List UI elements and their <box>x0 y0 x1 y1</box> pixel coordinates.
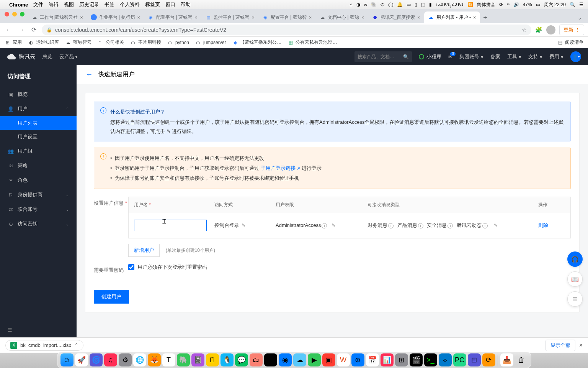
dock-app[interactable]: 🐘 <box>177 353 190 366</box>
tab-overflow-button[interactable]: ⌄ <box>575 15 585 23</box>
close-icon[interactable]: × <box>252 15 255 20</box>
sidebar-sub-user-list[interactable]: 用户列表 <box>0 116 77 130</box>
menubar-app[interactable]: Chrome <box>9 2 28 8</box>
dock-app[interactable]: 🗒 <box>206 353 219 366</box>
create-user-button[interactable]: 创建用户 <box>94 290 129 304</box>
menu-profile[interactable]: 个人资料 <box>120 1 140 8</box>
dock-app[interactable]: ▣ <box>322 353 335 366</box>
info-icon[interactable]: i <box>322 223 327 228</box>
browser-tab[interactable]: ⬣腾讯云_百度搜索× <box>368 12 424 23</box>
chevron-up-icon[interactable]: ⌃ <box>74 342 78 348</box>
dock-app[interactable]: ⊟ <box>468 353 481 366</box>
bookmark-folder[interactable]: 🗀不常用链接 <box>130 39 161 46</box>
sidebar-item-roles[interactable]: ✶角色 <box>0 173 77 187</box>
dock-terminal[interactable]: >_ <box>424 353 437 366</box>
download-item[interactable]: X bk_cmdb_import....xlsx ⌃ <box>5 340 83 351</box>
profile-avatar[interactable] <box>546 25 555 34</box>
dock-app[interactable]: 📅 <box>366 353 379 366</box>
header-nav-overview[interactable]: 总览 <box>42 53 52 60</box>
show-all-downloads-button[interactable]: 显示全部 <box>546 340 575 351</box>
browser-tab-active[interactable]: ☁用户列表 - 用户 - × <box>424 12 480 23</box>
info-icon[interactable]: i <box>482 223 488 228</box>
dock-app[interactable]: ☁ <box>293 353 306 366</box>
miniprogram-link[interactable]: 小程序 <box>419 53 441 60</box>
reload-button[interactable]: ⟳ <box>30 25 38 35</box>
sub-user-login-link[interactable]: 子用户登录链接 ↗ <box>261 165 301 171</box>
user-avatar[interactable]: 👤 ▾ <box>570 51 581 62</box>
minimize-window[interactable] <box>12 12 17 16</box>
status-icon[interactable]: ▭ <box>407 2 411 7</box>
dock-app[interactable]: 📊 <box>381 353 394 366</box>
sidebar-item-user-groups[interactable]: 👥用户组 <box>0 144 77 158</box>
username-input[interactable] <box>134 220 207 231</box>
menu-edit[interactable]: 编辑 <box>49 1 59 8</box>
sidebar-collapse-button[interactable]: ☰ <box>8 327 12 333</box>
menu-view[interactable]: 视图 <box>64 1 74 8</box>
dock-app[interactable]: 📓 <box>191 353 204 366</box>
control-center-icon[interactable]: ☰ <box>579 2 583 7</box>
status-icon[interactable]: ∞ <box>364 2 368 7</box>
close-icon[interactable]: × <box>473 15 476 20</box>
apps-button[interactable]: ⊞应用 <box>5 39 22 46</box>
status-icon[interactable]: ◑ <box>356 2 360 7</box>
status-icon[interactable]: ▯ <box>415 2 417 7</box>
edit-access-button[interactable]: ✎ <box>242 223 245 228</box>
status-icon[interactable]: ⬚ <box>421 2 425 7</box>
bookmark-item[interactable]: ◆【蓝鲸直播系列公… <box>232 39 281 46</box>
menu-file[interactable]: 文件 <box>33 1 43 8</box>
info-icon[interactable]: i <box>448 223 453 228</box>
dock-app[interactable]: ♫ <box>104 353 117 366</box>
spotlight-icon[interactable]: 🔍 <box>570 2 575 7</box>
close-icon[interactable]: × <box>194 15 198 20</box>
sidebar-sub-user-settings[interactable]: 用户设置 <box>0 130 77 144</box>
bookmark-folder[interactable]: 🗀jumpserver <box>195 39 226 46</box>
ime-icon[interactable]: 🈶 <box>467 2 473 7</box>
dock-qq[interactable]: 🐧 <box>220 353 234 366</box>
wifi-icon[interactable]: ⌔ <box>507 2 510 7</box>
mail-button[interactable]: ✉3 <box>448 54 452 60</box>
header-support[interactable]: 支持 ▾ <box>528 53 542 60</box>
close-icon[interactable]: × <box>417 15 420 20</box>
status-icon[interactable]: ▮ <box>429 2 432 7</box>
dock-pycharm[interactable]: PC <box>453 353 466 366</box>
browser-tab[interactable]: ▥监控平台 | 蓝鲸智× <box>201 12 258 23</box>
close-icon[interactable]: × <box>361 15 364 20</box>
dock-app[interactable]: ⟳ <box>482 353 495 366</box>
docs-button[interactable]: 📖 <box>567 271 583 287</box>
header-search[interactable]: 搜索产品、文档… 🔍 <box>354 51 412 62</box>
dock-wps[interactable]: W <box>337 353 350 366</box>
sidebar-item-users[interactable]: 👤用户⌃ <box>0 102 77 116</box>
header-group-account[interactable]: 集团账号 ▾ <box>459 53 483 60</box>
dock-app[interactable]: 🎬 <box>410 353 423 366</box>
dock-app[interactable]: ▌▌ <box>264 353 277 366</box>
bookmark-item[interactable]: ▦公有云私有云池没… <box>287 39 337 46</box>
browser-tab[interactable]: ☁工作台|蓝鲸智云社× <box>28 12 87 23</box>
status-icon[interactable]: ⌂ <box>350 2 353 7</box>
reset-password-checkbox[interactable] <box>128 264 134 270</box>
sidebar-item-federated[interactable]: ⇄联合账号⌄ <box>0 202 77 217</box>
dock-app[interactable]: ⊕ <box>351 353 364 366</box>
extensions-icon[interactable]: 🧩 <box>535 26 542 33</box>
header-beian[interactable]: 备案 <box>490 53 500 60</box>
address-bar[interactable]: 🔒 console.cloud.tencent.com/cam/user/cre… <box>42 25 531 35</box>
dock-firefox[interactable]: 🦊 <box>148 353 161 366</box>
info-icon[interactable]: i <box>418 223 423 228</box>
dock-app[interactable]: ◉ <box>279 353 292 366</box>
close-window[interactable] <box>5 12 9 16</box>
sync-icon[interactable]: ⟳ <box>499 2 503 7</box>
browser-tab[interactable]: ◉配置平台 | 蓝鲸智× <box>258 12 315 23</box>
new-tab-button[interactable]: + <box>480 12 491 23</box>
menu-bookmarks[interactable]: 书签 <box>105 1 114 8</box>
sidebar-item-idp[interactable]: ⎘身份提供商⌄ <box>0 187 77 202</box>
status-icon[interactable]: ✆ <box>381 2 384 7</box>
bookmark-folder[interactable]: 🗀python <box>167 39 189 46</box>
dock-app[interactable]: ⚙ <box>119 353 132 366</box>
back-arrow-button[interactable]: ← <box>86 71 93 79</box>
update-chrome-button[interactable]: 更新 ⋮ <box>559 25 584 35</box>
edit-msg-button[interactable]: ✎ <box>494 223 498 228</box>
support-chat-button[interactable]: 🎧 <box>567 251 583 267</box>
dock-app[interactable]: 🗂 <box>250 353 263 366</box>
menu-window[interactable]: 窗口 <box>165 1 175 8</box>
forward-button[interactable]: → <box>17 25 26 35</box>
back-button[interactable]: ← <box>4 25 13 35</box>
